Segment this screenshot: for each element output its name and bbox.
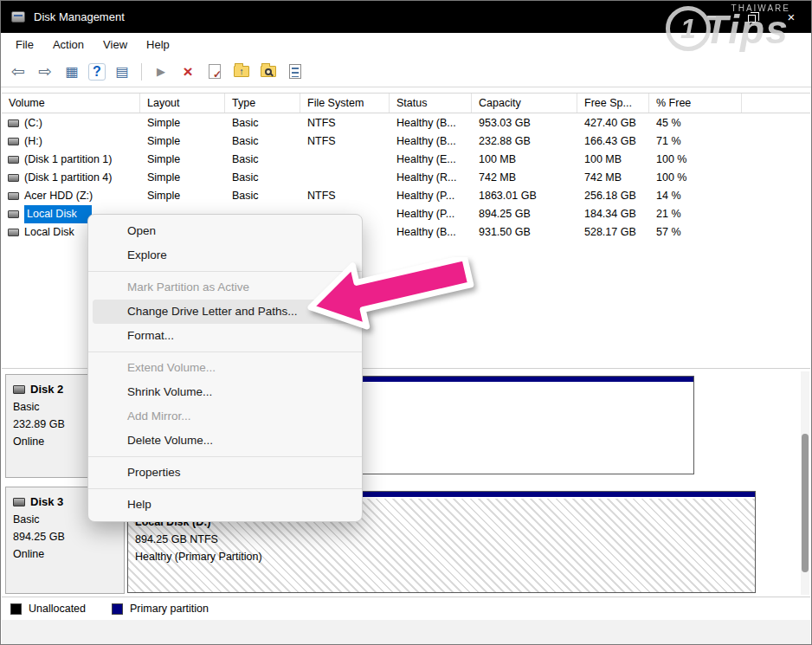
- cell-freespace: 742 MB: [577, 169, 649, 187]
- caption-buttons: ×: [692, 1, 811, 33]
- cell-capacity: 894.25 GB: [472, 205, 577, 223]
- disk-management-window: Disk Management × THAIWARE 1 Tips File A…: [0, 0, 812, 645]
- open-folder-icon[interactable]: ↑: [231, 61, 252, 82]
- cell-pctfree: 100 %: [649, 169, 742, 187]
- export-list-icon[interactable]: ▤: [112, 61, 132, 82]
- column-header-volume[interactable]: Volume: [2, 94, 140, 113]
- volume-icon: [8, 156, 19, 164]
- volume-icon: [8, 192, 19, 200]
- minimize-icon: [707, 16, 716, 17]
- window-title: Disk Management: [34, 10, 125, 23]
- title-bar: Disk Management ×: [1, 1, 811, 33]
- cell-capacity: 742 MB: [472, 169, 577, 187]
- cell-freespace: 100 MB: [577, 151, 649, 169]
- close-icon: ×: [788, 10, 796, 24]
- toolbar: ⇦ ⇨ ▦ ? ▤ ▶ × ✓ ↑: [1, 56, 811, 87]
- menu-item-help[interactable]: Help: [93, 493, 358, 517]
- cell-filesystem: [300, 169, 390, 187]
- cell-capacity: 931.50 GB: [472, 223, 577, 242]
- volume-name: Local Disk: [24, 205, 92, 223]
- menu-item-properties[interactable]: Properties: [93, 461, 358, 485]
- volume-name: (Disk 1 partition 1): [24, 151, 112, 169]
- cell-pctfree: 14 %: [649, 187, 742, 205]
- column-header-filesystem[interactable]: File System: [300, 94, 390, 113]
- scrollbar-thumb[interactable]: [802, 434, 809, 572]
- column-header-freespace[interactable]: Free Sp...: [577, 94, 649, 113]
- table-row[interactable]: (H:) Simple Basic NTFS Healthy (B... 232…: [2, 132, 810, 151]
- vertical-scrollbar[interactable]: [801, 371, 809, 595]
- folder-icon: [261, 66, 276, 77]
- legend-unallocated: Unallocated: [10, 603, 86, 615]
- delete-volume-icon[interactable]: ×: [177, 61, 198, 82]
- menu-separator: [88, 488, 362, 489]
- volume-icon: [8, 119, 19, 127]
- mark-active-icon[interactable]: ✓: [204, 61, 225, 82]
- unallocated-swatch-icon: [10, 603, 22, 615]
- explore-folder-icon[interactable]: [258, 61, 279, 82]
- column-header-pctfree[interactable]: % Free: [649, 94, 742, 113]
- help-icon[interactable]: ?: [88, 63, 106, 81]
- action-pointer-icon[interactable]: ▶: [151, 61, 171, 82]
- menu-item-explore[interactable]: Explore: [93, 243, 358, 268]
- cell-status: Healthy (B...: [390, 114, 472, 132]
- legend-bar: Unallocated Primary partition: [2, 597, 810, 620]
- forward-icon[interactable]: ⇨: [35, 61, 55, 82]
- table-row[interactable]: Acer HDD (Z:) Simple Basic NTFS Healthy …: [2, 187, 810, 205]
- disk-icon: [13, 498, 25, 506]
- menu-item-extend-volume: Extend Volume...: [93, 356, 358, 380]
- cell-capacity: 953.03 GB: [472, 114, 577, 132]
- menu-item-shrink-volume[interactable]: Shrink Volume...: [93, 380, 358, 404]
- properties-icon[interactable]: [285, 61, 306, 82]
- volume-icon: [8, 229, 19, 236]
- column-header-layout[interactable]: Layout: [140, 94, 225, 113]
- toolbar-separator: [141, 63, 142, 81]
- cell-layout: Simple: [140, 132, 225, 151]
- volume-name: Local Disk: [24, 223, 74, 242]
- cell-status: Healthy (B...: [390, 132, 472, 151]
- back-icon[interactable]: ⇦: [8, 61, 29, 82]
- cell-freespace: 166.43 GB: [577, 132, 649, 151]
- volume-icon: [8, 210, 19, 218]
- close-button[interactable]: ×: [771, 1, 811, 33]
- partition-health: Healthy (Primary Partition): [135, 551, 755, 563]
- cell-freespace: 528.17 GB: [577, 223, 649, 242]
- menu-view[interactable]: View: [93, 35, 137, 54]
- legend-primary-partition: Primary partition: [112, 603, 209, 615]
- menu-item-change-drive-letter[interactable]: Change Drive Letter and Paths...: [93, 300, 358, 324]
- disk-status: Online: [13, 548, 117, 560]
- menu-item-open[interactable]: Open: [93, 219, 358, 243]
- column-header-filler: [742, 94, 810, 113]
- table-row[interactable]: (Disk 1 partition 1) Simple Basic Health…: [2, 151, 810, 169]
- cell-layout: Simple: [140, 169, 225, 187]
- disk-name: Disk 2: [30, 383, 63, 396]
- menu-separator: [88, 271, 362, 272]
- cell-status: Healthy (P...: [390, 205, 472, 223]
- check-icon: ✓: [213, 69, 222, 80]
- menu-item-add-mirror: Add Mirror...: [93, 404, 358, 429]
- menu-action[interactable]: Action: [43, 35, 93, 54]
- menu-item-delete-volume[interactable]: Delete Volume...: [93, 429, 358, 453]
- column-header-capacity[interactable]: Capacity: [472, 94, 577, 113]
- menu-file[interactable]: File: [6, 35, 43, 54]
- cell-capacity: 100 MB: [472, 151, 577, 169]
- column-header-status[interactable]: Status: [390, 94, 472, 113]
- cell-pctfree: 57 %: [649, 223, 742, 242]
- menu-item-format[interactable]: Format...: [93, 324, 358, 348]
- disk-size: 894.25 GB: [13, 531, 117, 543]
- table-row[interactable]: (C:) Simple Basic NTFS Healthy (B... 953…: [2, 114, 810, 132]
- menu-help[interactable]: Help: [137, 35, 179, 54]
- disk-name: Disk 3: [30, 495, 63, 508]
- console-tree-icon[interactable]: ▦: [61, 61, 82, 82]
- legend-label: Primary partition: [130, 603, 209, 615]
- volume-name: (Disk 1 partition 4): [24, 169, 112, 187]
- magnifier-icon: [265, 68, 272, 75]
- table-row[interactable]: (Disk 1 partition 4) Simple Basic Health…: [2, 169, 810, 187]
- cell-status: Healthy (B...: [390, 223, 472, 242]
- cell-status: Healthy (P...: [390, 187, 472, 205]
- up-arrow-icon: ↑: [239, 67, 244, 76]
- minimize-button[interactable]: [692, 1, 731, 33]
- restore-button[interactable]: [731, 1, 771, 33]
- volume-icon: [8, 174, 19, 182]
- column-header-type[interactable]: Type: [225, 94, 300, 113]
- cell-filesystem: NTFS: [300, 114, 390, 132]
